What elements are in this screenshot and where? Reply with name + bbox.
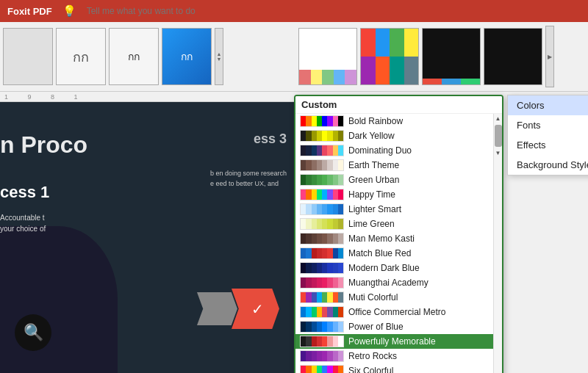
theme-item-label: Man Memo Kasti: [348, 233, 415, 244]
submenu: Colors ▶ Fonts ▶ Effects ▶ Background St…: [507, 95, 588, 175]
theme-item-label: Match Blue Red: [348, 248, 411, 258]
theme-item-label: Six Colorful: [348, 366, 393, 373]
scroll-thumb[interactable]: [495, 125, 502, 147]
slide-research-text: b en doing some research e eed to better…: [210, 168, 287, 189]
theme-item-label: Dark Yellow: [348, 131, 395, 141]
theme-item[interactable]: Match Blue Red: [295, 246, 493, 261]
theme-item[interactable]: Earth Theme: [295, 158, 493, 173]
theme-item-label: Muangthai Academy: [348, 278, 429, 288]
bulb-icon: 💡: [62, 4, 76, 18]
slide-proco-text: n Proco: [0, 131, 87, 159]
main-area: กก กก กก 1 9 8 1 n Proco cess 1 Accounta…: [0, 22, 588, 373]
theme-item-label: Lighter Smart: [348, 204, 401, 214]
theme-item-label: Modern Dark Blue: [348, 263, 420, 273]
slide-thumb-4[interactable]: กก: [162, 28, 212, 85]
dropdown-header: Custom: [295, 96, 502, 114]
slide-thumb-1[interactable]: [3, 28, 53, 85]
theme-item-label: Lime Green: [348, 219, 395, 229]
submenu-colors[interactable]: Colors ▶: [508, 95, 588, 115]
theme-item[interactable]: Power of Blue: [295, 319, 493, 334]
dropdown-title: Custom: [301, 99, 337, 110]
dropdown-area: Custom Bold RainbowDark YellowDominating…: [294, 92, 588, 373]
scroll-down-button[interactable]: ▼: [494, 148, 502, 158]
theme-item-label: Power of Blue: [348, 322, 404, 332]
theme-item[interactable]: Muti Colorful: [295, 290, 493, 305]
submenu-fonts[interactable]: Fonts ▶: [508, 115, 588, 135]
theme-item[interactable]: Lime Green: [295, 217, 493, 231]
theme-item[interactable]: Happy Time: [295, 187, 493, 202]
bg-shape: [0, 226, 118, 373]
theme-item-label: Muti Colorful: [348, 292, 398, 303]
thumb-scroll[interactable]: [215, 28, 223, 85]
slide-accountable-text: Accountable t your choice of: [0, 212, 46, 234]
slide-canvas: n Proco cess 1 Accountable t your choice…: [0, 102, 294, 373]
theme-item-label: Bold Rainbow: [348, 116, 403, 126]
slide-ruler: 1 9 8 1: [0, 92, 294, 102]
theme-thumb-3[interactable]: [422, 28, 481, 85]
custom-dropdown: Custom Bold RainbowDark YellowDominating…: [294, 95, 503, 373]
theme-thumb-1[interactable]: [298, 28, 357, 85]
theme-item[interactable]: Retro Rocks: [295, 349, 493, 363]
theme-list-items: Bold RainbowDark YellowDominating DuoEar…: [295, 114, 493, 373]
theme-list: Bold RainbowDark YellowDominating DuoEar…: [295, 114, 502, 373]
theme-thumb-2[interactable]: [360, 28, 419, 85]
theme-item[interactable]: Bold Rainbow: [295, 114, 493, 128]
slide-thumb-3[interactable]: กก: [109, 28, 159, 85]
right-panel-scroll[interactable]: [545, 26, 554, 87]
submenu-background[interactable]: Background Styles ▶: [508, 155, 588, 175]
theme-item[interactable]: Dark Yellow: [295, 128, 493, 143]
top-bar: Foxit PDF 💡: [0, 0, 588, 22]
theme-item-label: Earth Theme: [348, 160, 399, 170]
theme-item[interactable]: Six Colorful: [295, 363, 493, 373]
brand-label: Foxit PDF: [7, 6, 52, 17]
theme-item[interactable]: Lighter Smart: [295, 202, 493, 217]
theme-item[interactable]: Modern Dark Blue: [295, 261, 493, 275]
theme-item[interactable]: Green Urban: [295, 173, 493, 187]
theme-item-label: Powerfully Memorable: [348, 336, 436, 347]
scroll-up-button[interactable]: ▲: [494, 114, 502, 123]
theme-item-label: Office Commercial Metro: [348, 307, 445, 317]
slide-cess3-text: ess 3: [254, 131, 287, 147]
theme-item[interactable]: Powerfully Memorable: [295, 334, 493, 349]
submenu-effects[interactable]: Effects ▶: [508, 135, 588, 155]
arrow-shapes: ✓: [197, 292, 279, 329]
theme-item-label: Happy Time: [348, 189, 395, 200]
slide-thumbnails: กก กก กก: [0, 22, 294, 92]
theme-item-label: Retro Rocks: [348, 351, 397, 361]
search-icon: 🔍: [15, 314, 51, 351]
theme-item-label: Green Urban: [348, 175, 399, 185]
theme-thumbnails: [294, 22, 588, 92]
dropdown-scrollbar[interactable]: ▲ ▼: [493, 114, 502, 373]
tell-me-input[interactable]: [87, 6, 219, 16]
presentation-panel: กก กก กก 1 9 8 1 n Proco cess 1 Accounta…: [0, 22, 294, 373]
right-panel: Custom Bold RainbowDark YellowDominating…: [294, 22, 588, 373]
theme-thumb-4[interactable]: [484, 28, 542, 85]
slide-thumb-2[interactable]: กก: [56, 28, 106, 85]
theme-item-label: Dominating Duo: [348, 145, 412, 156]
slide-cess1-text: cess 1: [0, 183, 49, 202]
theme-item[interactable]: Man Memo Kasti: [295, 231, 493, 246]
check-icon: ✓: [251, 300, 264, 318]
theme-item[interactable]: Muangthai Academy: [295, 275, 493, 290]
arrow-gray: [197, 292, 237, 325]
theme-item[interactable]: Dominating Duo: [295, 143, 493, 158]
theme-item[interactable]: Office Commercial Metro: [295, 305, 493, 319]
arrow-red: ✓: [232, 289, 279, 329]
